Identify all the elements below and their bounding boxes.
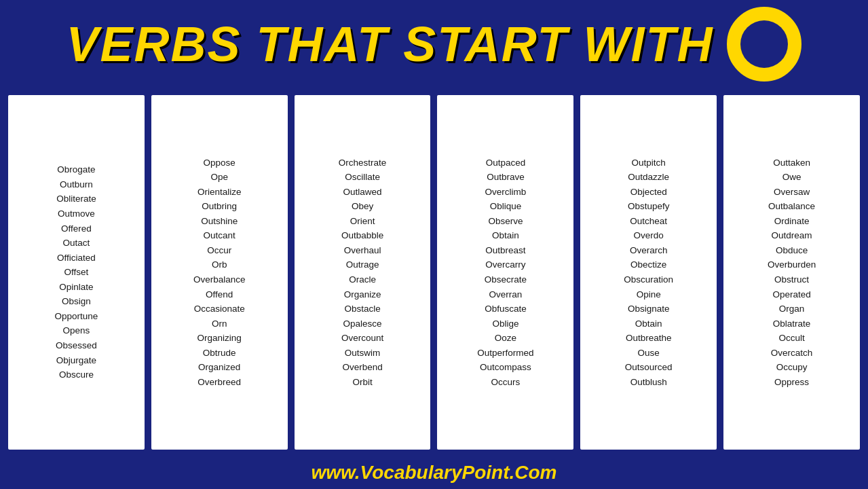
- word-item: Oblatrate: [773, 317, 811, 331]
- word-item: Organ: [779, 302, 805, 316]
- word-item: Overbalance: [193, 273, 246, 287]
- word-column-3: OrchestrateOscillateOutlawedObeyOrientOu…: [293, 94, 432, 451]
- word-item: Offset: [64, 266, 89, 279]
- word-item: Overhaul: [344, 244, 381, 257]
- word-item: Outcompass: [480, 361, 531, 374]
- word-item: Outbalance: [768, 200, 815, 213]
- word-item: Overran: [489, 288, 523, 302]
- word-item: Organize: [344, 288, 381, 302]
- word-item: Ooze: [495, 331, 516, 345]
- word-item: Orbit: [352, 376, 372, 389]
- word-item: Ouse: [638, 346, 660, 360]
- word-column-2: OpposeOpeOrientalizeOutbringOutshineOutc…: [150, 94, 289, 451]
- word-item: Obtain: [492, 229, 519, 242]
- word-item: Outpaced: [486, 156, 526, 170]
- footer: www.VocabularyPoint.Com: [0, 456, 868, 489]
- word-item: Orb: [212, 258, 227, 272]
- word-item: Obtrude: [203, 346, 236, 360]
- word-item: Offered: [61, 222, 92, 236]
- word-item: Outblush: [630, 376, 667, 389]
- word-item: Officiated: [57, 251, 96, 265]
- word-item: Outcheat: [630, 215, 667, 228]
- word-item: Outbreathe: [626, 331, 672, 345]
- word-column-5: OutpitchOutdazzleObjectedObstupefyOutche…: [579, 94, 718, 451]
- word-item: Outbrave: [487, 170, 525, 184]
- word-item: Obsecrate: [485, 273, 527, 287]
- word-item: Opinlate: [59, 280, 93, 294]
- word-item: Offend: [206, 288, 233, 302]
- word-item: Operated: [772, 288, 810, 302]
- word-item: Outpitch: [632, 156, 666, 170]
- word-item: Opalesce: [343, 317, 382, 331]
- word-item: Obstruct: [774, 273, 809, 287]
- word-item: Outdazzle: [628, 170, 669, 184]
- word-item: Orient: [350, 215, 375, 228]
- word-item: Obstupefy: [628, 200, 670, 213]
- word-item: Overbreed: [197, 376, 241, 389]
- word-item: Obrogate: [57, 163, 95, 177]
- word-item: Obsessed: [56, 339, 97, 352]
- word-item: Outswim: [345, 346, 381, 360]
- word-item: Outact: [63, 236, 90, 250]
- word-item: Outbring: [202, 200, 237, 213]
- word-item: Overburden: [768, 258, 816, 272]
- word-item: Overdo: [634, 229, 664, 242]
- word-item: Outlawed: [343, 185, 382, 199]
- word-item: Obfuscate: [485, 302, 527, 316]
- header: VERBS THAT START WITH: [0, 0, 868, 88]
- page-title: VERBS THAT START WITH: [67, 20, 714, 69]
- word-item: Outdream: [772, 229, 812, 242]
- word-item: Owe: [782, 170, 801, 184]
- word-item: Outsourced: [625, 361, 673, 374]
- word-item: Oblique: [490, 200, 522, 213]
- word-item: Occurs: [491, 376, 521, 389]
- footer-url: www.VocabularyPoint.Com: [312, 462, 557, 483]
- word-item: Obduce: [776, 244, 808, 257]
- word-item: Outrage: [346, 258, 379, 272]
- word-item: Overcount: [341, 331, 383, 345]
- word-item: Outperformed: [477, 346, 533, 360]
- main-container: VERBS THAT START WITH ObrogateOutburnObl…: [0, 0, 868, 489]
- word-item: Outshine: [201, 215, 238, 228]
- word-item: Orn: [212, 317, 227, 331]
- word-column-4: OutpacedOutbraveOverclimbObliqueObserveO…: [436, 94, 575, 451]
- word-item: Oscillate: [345, 170, 380, 184]
- word-item: Objurgate: [56, 354, 96, 367]
- word-item: Obliterate: [56, 192, 96, 206]
- word-item: Obscuration: [624, 273, 673, 287]
- word-item: Overbend: [342, 361, 382, 374]
- word-item: Objected: [630, 185, 667, 199]
- word-item: Opine: [637, 288, 661, 302]
- word-item: Overcarry: [485, 258, 525, 272]
- word-item: Outmove: [58, 207, 95, 221]
- word-item: Ordinate: [774, 215, 810, 228]
- word-item: Occur: [207, 244, 231, 257]
- content-area: ObrogateOutburnObliterateOutmoveOfferedO…: [0, 88, 868, 456]
- word-item: Ope: [210, 170, 228, 184]
- word-item: Opens: [63, 324, 90, 338]
- word-item: Occupy: [776, 361, 808, 374]
- word-item: Overcatch: [771, 346, 813, 360]
- word-item: Overarch: [630, 244, 668, 257]
- word-item: Obectize: [630, 258, 666, 272]
- word-item: Outcant: [204, 229, 235, 242]
- word-item: Occult: [778, 331, 804, 345]
- word-item: Oversaw: [774, 185, 810, 199]
- letter-circle: [727, 7, 801, 82]
- word-item: Oblige: [492, 317, 518, 331]
- word-item: Orientalize: [197, 185, 242, 199]
- word-item: Oracle: [349, 273, 376, 287]
- word-item: Occasionate: [194, 302, 245, 316]
- word-column-6: OuttakenOweOversawOutbalanceOrdinateOutd…: [722, 94, 861, 451]
- word-item: Opportune: [55, 310, 98, 323]
- word-item: Organizing: [197, 331, 242, 345]
- word-item: Outburn: [60, 178, 93, 192]
- word-item: Obsign: [62, 295, 91, 308]
- word-item: Oppress: [774, 376, 809, 389]
- word-item: Oppose: [204, 156, 235, 170]
- word-item: Obey: [352, 200, 373, 213]
- word-item: Outbabble: [341, 229, 383, 242]
- word-item: Obsignate: [628, 302, 670, 316]
- word-item: Orchestrate: [339, 156, 387, 170]
- word-item: Obstacle: [344, 302, 380, 316]
